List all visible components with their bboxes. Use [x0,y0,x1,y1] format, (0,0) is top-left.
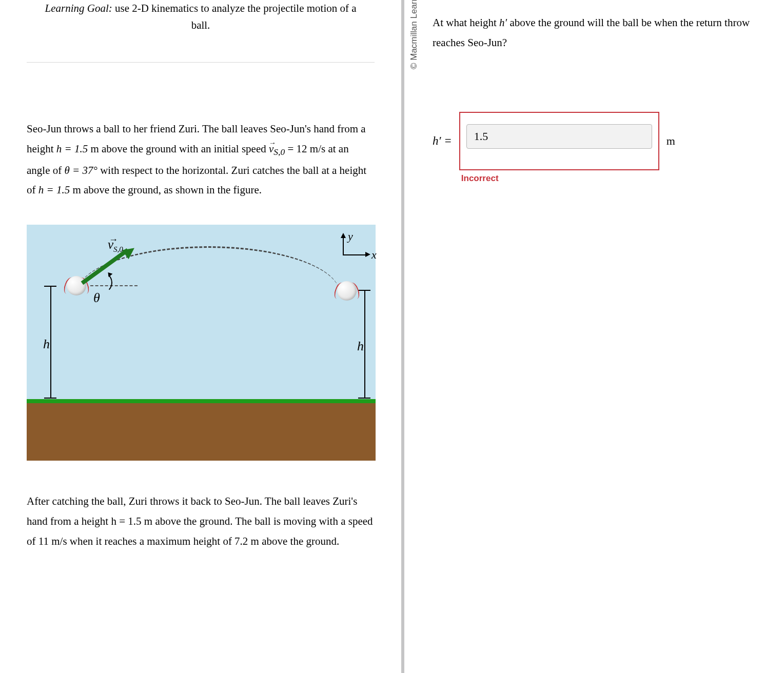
velocity-label: → vS,0 [108,237,123,254]
question-text: At what height h′ above the ground will … [433,13,763,53]
p1-v-val: = 12 [287,143,307,155]
learning-goal: Learning Goal: use 2-D kinematics to ana… [27,0,375,48]
y-axis-label: y [348,230,353,243]
projectile-figure: h h θ → vS,0 [27,225,376,461]
height-bar-right [364,290,365,398]
answer-row: h′ = Incorrect m [433,112,763,170]
feedback-label: Incorrect [461,173,499,184]
answer-unit: m [667,134,675,148]
p1-h-eq: h = 1.5 [56,143,88,155]
tick [44,398,56,399]
p1-v: →vS,0 [269,143,285,155]
paragraph-2: After catching the ball, Zuri throws it … [27,491,375,551]
paragraph-1: Seo-Jun throws a ball to her friend Zuri… [27,119,375,200]
q-var: h′ [499,16,507,29]
figure-dirt [27,403,376,461]
answer-variable-label: h′ = [433,134,452,148]
h-label-left: h [43,336,50,352]
height-bar-left [50,286,51,398]
theta-label: θ [93,290,100,306]
answer-input-wrapper: Incorrect [459,112,659,170]
tick [44,286,56,287]
column-divider[interactable] [401,0,404,673]
p1-h2: h = 1.5 [38,184,70,196]
h-label-right: h [357,339,364,354]
p1-text: m above the ground, as shown in the figu… [72,184,262,196]
right-column: At what height h′ above the ground will … [404,0,784,673]
p1-theta: θ = 37° [64,164,97,176]
q-text: At what height [433,16,499,29]
x-axis-label: x [371,248,377,262]
tick [358,398,370,399]
copyright-text: © Macmillan Learning [409,0,419,69]
tick [358,290,370,291]
divider-line [27,62,375,63]
figure-grass [27,399,376,403]
learning-goal-text: use 2-D kinematics to analyze the projec… [112,2,357,31]
answer-input[interactable] [466,124,652,149]
ball-right [337,281,357,301]
learning-goal-label: Learning Goal: [45,2,112,14]
p1-text: m above the ground with an initial speed [90,143,269,155]
left-column: Learning Goal: use 2-D kinematics to ana… [0,0,401,673]
